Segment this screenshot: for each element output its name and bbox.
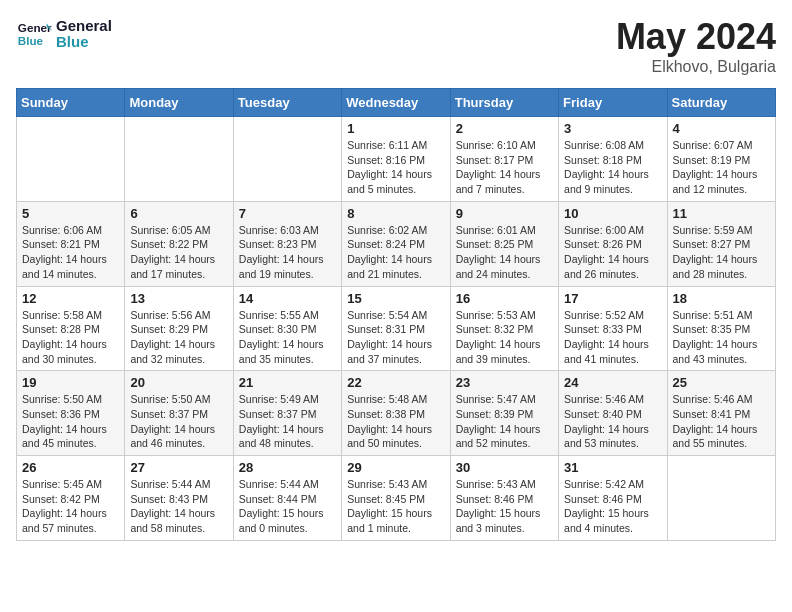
calendar-cell: 21Sunrise: 5:49 AM Sunset: 8:37 PM Dayli… bbox=[233, 371, 341, 456]
day-info: Sunrise: 5:43 AM Sunset: 8:46 PM Dayligh… bbox=[456, 477, 553, 536]
day-number: 18 bbox=[673, 291, 770, 306]
calendar-cell: 27Sunrise: 5:44 AM Sunset: 8:43 PM Dayli… bbox=[125, 456, 233, 541]
day-info: Sunrise: 6:07 AM Sunset: 8:19 PM Dayligh… bbox=[673, 138, 770, 197]
day-number: 11 bbox=[673, 206, 770, 221]
calendar-day-header: Thursday bbox=[450, 89, 558, 117]
calendar-cell: 10Sunrise: 6:00 AM Sunset: 8:26 PM Dayli… bbox=[559, 201, 667, 286]
calendar-table: SundayMondayTuesdayWednesdayThursdayFrid… bbox=[16, 88, 776, 541]
calendar-cell: 9Sunrise: 6:01 AM Sunset: 8:25 PM Daylig… bbox=[450, 201, 558, 286]
day-info: Sunrise: 6:05 AM Sunset: 8:22 PM Dayligh… bbox=[130, 223, 227, 282]
day-number: 25 bbox=[673, 375, 770, 390]
day-number: 20 bbox=[130, 375, 227, 390]
calendar-cell: 15Sunrise: 5:54 AM Sunset: 8:31 PM Dayli… bbox=[342, 286, 450, 371]
day-info: Sunrise: 5:55 AM Sunset: 8:30 PM Dayligh… bbox=[239, 308, 336, 367]
logo-text-general: General bbox=[56, 18, 112, 35]
calendar-cell: 11Sunrise: 5:59 AM Sunset: 8:27 PM Dayli… bbox=[667, 201, 775, 286]
day-number: 14 bbox=[239, 291, 336, 306]
calendar-cell: 2Sunrise: 6:10 AM Sunset: 8:17 PM Daylig… bbox=[450, 117, 558, 202]
day-info: Sunrise: 5:56 AM Sunset: 8:29 PM Dayligh… bbox=[130, 308, 227, 367]
calendar-week-row: 12Sunrise: 5:58 AM Sunset: 8:28 PM Dayli… bbox=[17, 286, 776, 371]
day-number: 28 bbox=[239, 460, 336, 475]
day-info: Sunrise: 5:49 AM Sunset: 8:37 PM Dayligh… bbox=[239, 392, 336, 451]
calendar-cell: 18Sunrise: 5:51 AM Sunset: 8:35 PM Dayli… bbox=[667, 286, 775, 371]
calendar-cell: 8Sunrise: 6:02 AM Sunset: 8:24 PM Daylig… bbox=[342, 201, 450, 286]
day-number: 12 bbox=[22, 291, 119, 306]
calendar-cell: 31Sunrise: 5:42 AM Sunset: 8:46 PM Dayli… bbox=[559, 456, 667, 541]
day-number: 30 bbox=[456, 460, 553, 475]
calendar-cell: 3Sunrise: 6:08 AM Sunset: 8:18 PM Daylig… bbox=[559, 117, 667, 202]
calendar-cell: 28Sunrise: 5:44 AM Sunset: 8:44 PM Dayli… bbox=[233, 456, 341, 541]
day-number: 23 bbox=[456, 375, 553, 390]
calendar-cell: 12Sunrise: 5:58 AM Sunset: 8:28 PM Dayli… bbox=[17, 286, 125, 371]
calendar-cell: 1Sunrise: 6:11 AM Sunset: 8:16 PM Daylig… bbox=[342, 117, 450, 202]
calendar-cell: 7Sunrise: 6:03 AM Sunset: 8:23 PM Daylig… bbox=[233, 201, 341, 286]
calendar-week-row: 1Sunrise: 6:11 AM Sunset: 8:16 PM Daylig… bbox=[17, 117, 776, 202]
day-info: Sunrise: 6:03 AM Sunset: 8:23 PM Dayligh… bbox=[239, 223, 336, 282]
day-info: Sunrise: 5:54 AM Sunset: 8:31 PM Dayligh… bbox=[347, 308, 444, 367]
day-info: Sunrise: 5:53 AM Sunset: 8:32 PM Dayligh… bbox=[456, 308, 553, 367]
day-number: 17 bbox=[564, 291, 661, 306]
day-info: Sunrise: 5:46 AM Sunset: 8:41 PM Dayligh… bbox=[673, 392, 770, 451]
day-info: Sunrise: 5:46 AM Sunset: 8:40 PM Dayligh… bbox=[564, 392, 661, 451]
day-number: 13 bbox=[130, 291, 227, 306]
day-number: 24 bbox=[564, 375, 661, 390]
day-number: 10 bbox=[564, 206, 661, 221]
day-number: 7 bbox=[239, 206, 336, 221]
calendar-cell: 19Sunrise: 5:50 AM Sunset: 8:36 PM Dayli… bbox=[17, 371, 125, 456]
calendar-day-header: Monday bbox=[125, 89, 233, 117]
day-info: Sunrise: 5:42 AM Sunset: 8:46 PM Dayligh… bbox=[564, 477, 661, 536]
day-info: Sunrise: 5:44 AM Sunset: 8:43 PM Dayligh… bbox=[130, 477, 227, 536]
calendar-cell: 6Sunrise: 6:05 AM Sunset: 8:22 PM Daylig… bbox=[125, 201, 233, 286]
calendar-day-header: Saturday bbox=[667, 89, 775, 117]
day-number: 2 bbox=[456, 121, 553, 136]
day-number: 19 bbox=[22, 375, 119, 390]
calendar-cell bbox=[233, 117, 341, 202]
day-info: Sunrise: 6:10 AM Sunset: 8:17 PM Dayligh… bbox=[456, 138, 553, 197]
day-number: 3 bbox=[564, 121, 661, 136]
logo: General Blue General Blue bbox=[16, 16, 112, 52]
calendar-cell bbox=[667, 456, 775, 541]
calendar-cell: 20Sunrise: 5:50 AM Sunset: 8:37 PM Dayli… bbox=[125, 371, 233, 456]
day-number: 16 bbox=[456, 291, 553, 306]
day-number: 9 bbox=[456, 206, 553, 221]
day-number: 15 bbox=[347, 291, 444, 306]
calendar-cell: 5Sunrise: 6:06 AM Sunset: 8:21 PM Daylig… bbox=[17, 201, 125, 286]
calendar-cell bbox=[125, 117, 233, 202]
svg-text:General: General bbox=[18, 21, 52, 34]
day-info: Sunrise: 6:08 AM Sunset: 8:18 PM Dayligh… bbox=[564, 138, 661, 197]
day-number: 21 bbox=[239, 375, 336, 390]
day-info: Sunrise: 5:51 AM Sunset: 8:35 PM Dayligh… bbox=[673, 308, 770, 367]
calendar-day-header: Friday bbox=[559, 89, 667, 117]
day-number: 6 bbox=[130, 206, 227, 221]
day-number: 31 bbox=[564, 460, 661, 475]
logo-icon: General Blue bbox=[16, 16, 52, 52]
day-info: Sunrise: 5:50 AM Sunset: 8:36 PM Dayligh… bbox=[22, 392, 119, 451]
calendar-cell: 16Sunrise: 5:53 AM Sunset: 8:32 PM Dayli… bbox=[450, 286, 558, 371]
page-header: General Blue General Blue May 2024 Elkho… bbox=[16, 16, 776, 76]
day-info: Sunrise: 6:00 AM Sunset: 8:26 PM Dayligh… bbox=[564, 223, 661, 282]
day-info: Sunrise: 5:44 AM Sunset: 8:44 PM Dayligh… bbox=[239, 477, 336, 536]
calendar-cell: 30Sunrise: 5:43 AM Sunset: 8:46 PM Dayli… bbox=[450, 456, 558, 541]
calendar-cell: 14Sunrise: 5:55 AM Sunset: 8:30 PM Dayli… bbox=[233, 286, 341, 371]
calendar-cell: 26Sunrise: 5:45 AM Sunset: 8:42 PM Dayli… bbox=[17, 456, 125, 541]
day-number: 4 bbox=[673, 121, 770, 136]
day-info: Sunrise: 5:59 AM Sunset: 8:27 PM Dayligh… bbox=[673, 223, 770, 282]
calendar-cell bbox=[17, 117, 125, 202]
day-info: Sunrise: 5:50 AM Sunset: 8:37 PM Dayligh… bbox=[130, 392, 227, 451]
calendar-cell: 13Sunrise: 5:56 AM Sunset: 8:29 PM Dayli… bbox=[125, 286, 233, 371]
calendar-day-header: Tuesday bbox=[233, 89, 341, 117]
day-number: 27 bbox=[130, 460, 227, 475]
day-info: Sunrise: 6:01 AM Sunset: 8:25 PM Dayligh… bbox=[456, 223, 553, 282]
calendar-week-row: 19Sunrise: 5:50 AM Sunset: 8:36 PM Dayli… bbox=[17, 371, 776, 456]
title-block: May 2024 Elkhovo, Bulgaria bbox=[616, 16, 776, 76]
day-info: Sunrise: 5:43 AM Sunset: 8:45 PM Dayligh… bbox=[347, 477, 444, 536]
day-number: 26 bbox=[22, 460, 119, 475]
calendar-cell: 24Sunrise: 5:46 AM Sunset: 8:40 PM Dayli… bbox=[559, 371, 667, 456]
svg-text:Blue: Blue bbox=[18, 34, 44, 47]
location-title: Elkhovo, Bulgaria bbox=[616, 58, 776, 76]
day-number: 5 bbox=[22, 206, 119, 221]
logo-text-blue: Blue bbox=[56, 34, 112, 51]
day-info: Sunrise: 6:02 AM Sunset: 8:24 PM Dayligh… bbox=[347, 223, 444, 282]
day-info: Sunrise: 6:11 AM Sunset: 8:16 PM Dayligh… bbox=[347, 138, 444, 197]
month-title: May 2024 bbox=[616, 16, 776, 58]
